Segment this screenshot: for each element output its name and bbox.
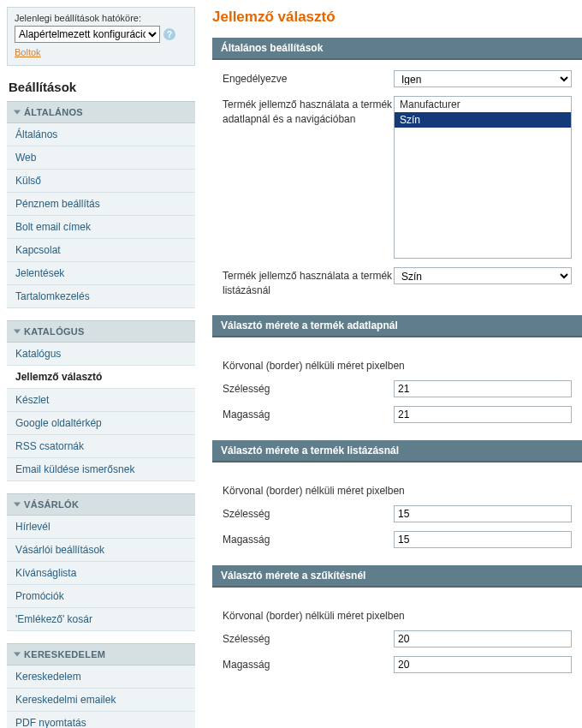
multiselect-attributes[interactable]: Manufacturer Szín [394, 96, 572, 259]
nav-item[interactable]: Tartalomkezelés [7, 285, 195, 308]
note-size-product: Körvonal (border) nélküli méret pixelben [223, 360, 572, 372]
section-header-size-product[interactable]: Választó mérete a termék adatlapnál [212, 315, 582, 337]
nav-item[interactable]: Kapcsolat [7, 239, 195, 262]
multiselect-option-selected[interactable]: Szín [395, 112, 571, 128]
label-enabled: Engedélyezve [223, 70, 394, 87]
nav-item[interactable]: Pénznem beállítás [7, 193, 195, 216]
section-header-general[interactable]: Általános beállítások [212, 38, 582, 60]
nav-group-sales[interactable]: KERESKEDELEM [7, 643, 195, 665]
input-height-filter[interactable] [394, 656, 572, 673]
input-height-product[interactable] [394, 406, 572, 423]
label-height-listing: Magasság [223, 531, 394, 547]
nav-item[interactable]: Bolt email címek [7, 216, 195, 239]
note-size-filter: Körvonal (border) nélküli méret pixelben [223, 610, 572, 622]
nav-group-catalog[interactable]: KATALÓGUS [7, 320, 195, 343]
label-height-product: Magasság [223, 406, 394, 422]
input-height-listing[interactable] [394, 531, 572, 548]
input-width-product[interactable] [394, 380, 572, 397]
nav-item[interactable]: PDF nyomtatás [7, 712, 195, 728]
page-title: Jellemző választó [212, 9, 582, 26]
nav-item[interactable]: Web [7, 146, 195, 170]
help-icon[interactable]: ? [163, 28, 175, 40]
nav-item[interactable]: Vásárlói beállítások [7, 539, 195, 562]
label-width-listing: Szélesség [223, 505, 394, 522]
label-attr-use: Termék jellemző használata a termék adat… [223, 96, 394, 127]
nav-item[interactable]: Külső [7, 170, 195, 193]
scope-label: Jelenlegi beállítások hatóköre: [15, 13, 187, 23]
section-header-size-listing[interactable]: Választó mérete a termék listázásnál [212, 440, 582, 462]
nav-item[interactable]: Általános [7, 123, 195, 146]
label-height-filter: Magasság [223, 656, 394, 672]
label-attr-list: Termék jellemző használata a termék list… [223, 267, 394, 298]
note-size-listing: Körvonal (border) nélküli méret pixelben [223, 485, 572, 497]
nav-group-general[interactable]: ÁLTALÁNOS [7, 101, 195, 123]
input-width-listing[interactable] [394, 505, 572, 522]
nav-item[interactable]: RSS csatornák [7, 435, 195, 458]
scope-box: Jelenlegi beállítások hatóköre: Alapérte… [7, 7, 195, 66]
nav-item[interactable]: Készlet [7, 389, 195, 412]
input-width-filter[interactable] [394, 630, 572, 647]
nav-item[interactable]: 'Emlékező' kosár [7, 608, 195, 631]
nav-item[interactable]: Kívánságlista [7, 562, 195, 585]
scope-select[interactable]: Alapértelmezett konfiguráció [15, 26, 160, 43]
nav-item[interactable]: Hírlevél [7, 516, 195, 539]
nav-item-active[interactable]: Jellemző választó [7, 366, 195, 389]
sidebar-title: Beállítások [9, 80, 195, 94]
nav-item[interactable]: Kereskedelmi emailek [7, 689, 195, 712]
nav-group-customers[interactable]: VÁSÁRLÓK [7, 493, 195, 516]
nav-item[interactable]: Kereskedelem [7, 665, 195, 689]
label-width-filter: Szélesség [223, 630, 394, 647]
select-attr-list[interactable]: Szín [394, 267, 572, 284]
nav-item[interactable]: Google oldaltérkép [7, 412, 195, 435]
multiselect-option[interactable]: Manufacturer [395, 97, 571, 112]
nav-item[interactable]: Email küldése ismerősnek [7, 458, 195, 481]
nav-item[interactable]: Promóciók [7, 585, 195, 608]
label-width-product: Szélesség [223, 380, 394, 397]
section-header-size-filter[interactable]: Választó mérete a szűkítésnél [212, 565, 582, 588]
stores-link[interactable]: Boltok [15, 47, 41, 57]
nav-item[interactable]: Jelentések [7, 262, 195, 285]
select-enabled[interactable]: Igen [394, 70, 572, 87]
nav-item[interactable]: Katalógus [7, 343, 195, 366]
